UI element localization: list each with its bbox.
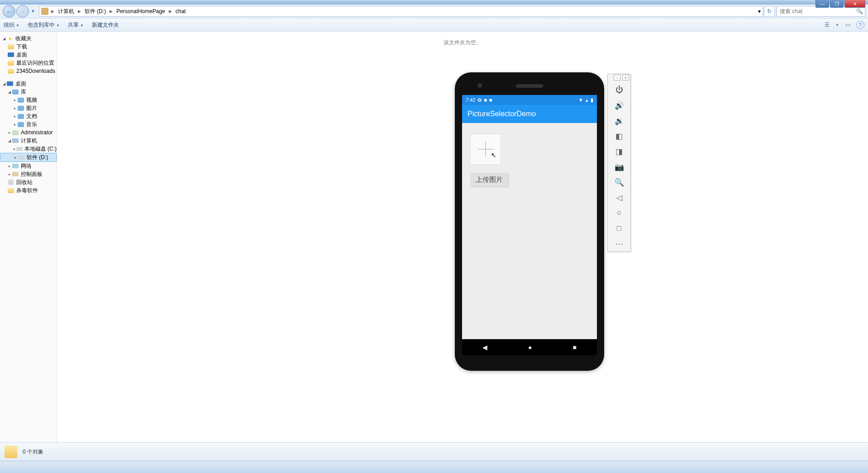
tree-item-music[interactable]: ▸音乐 (0, 120, 57, 128)
folder-icon (8, 44, 14, 49)
folder-icon (8, 61, 14, 66)
tree-item-recycle-bin[interactable]: 回收站 (0, 178, 57, 186)
power-icon[interactable]: ⏻ (608, 82, 630, 98)
tree-item-downloads[interactable]: 下载 (0, 43, 57, 51)
breadcrumb[interactable]: ▶ 计算机 ▶ 软件 (D:) ▶ PersonalHomePage ▶ cha… (39, 6, 763, 17)
tree-label: 软件 (D:) (27, 154, 48, 161)
breadcrumb-item[interactable]: 软件 (D:) (82, 6, 109, 16)
camera-icon[interactable]: 📷 (608, 159, 630, 175)
tree-item-2345downloads[interactable]: 2345Downloads (0, 67, 57, 75)
tree-item-desktop[interactable]: 桌面 (0, 51, 57, 59)
tree-item-administrator[interactable]: ▸Administrator (0, 128, 57, 137)
breadcrumb-dropdown[interactable]: ▾ (758, 8, 761, 14)
tree-item-control-panel[interactable]: ▸控制面板 (0, 170, 57, 178)
tree-label: 网络 (21, 162, 32, 170)
tree-label: 2345Downloads (16, 68, 55, 74)
include-in-library-menu[interactable]: 包含到库中▼ (28, 21, 60, 29)
home-icon[interactable]: ○ (608, 205, 630, 221)
window-maximize-button[interactable]: ❐ (830, 0, 844, 8)
explorer-status-bar: 0 个对象 (0, 442, 868, 461)
tree-label: 控制面板 (21, 170, 43, 178)
android-home-button[interactable]: ● (528, 344, 532, 351)
tree-desktop-root[interactable]: ◢桌面 (0, 80, 57, 88)
tree-item-documents[interactable]: ▸文档 (0, 112, 57, 120)
search-input[interactable] (779, 8, 856, 15)
tree-item-recent[interactable]: 最近访问的位置 (0, 59, 57, 67)
tree-item-drive-d[interactable]: ▸软件 (D:) (0, 153, 57, 162)
tree-label: 桌面 (15, 80, 26, 88)
status-icon: ■ (489, 97, 492, 103)
tree-label: 回收站 (16, 179, 33, 186)
tree-label: 收藏夹 (15, 35, 32, 43)
android-status-bar: 7:42 ✿ ■ ■ ▼ ▴ ▮ (462, 95, 597, 105)
breadcrumb-item[interactable]: 计算机 (55, 6, 77, 16)
star-icon: ★ (6, 35, 14, 42)
explorer-toolbar: 组织▼ 包含到库中▼ 共享▼ 新建文件夹 ☰▼ ▭ ? (0, 19, 868, 32)
more-icon[interactable]: ⋯ (608, 236, 630, 251)
android-nav-bar: ◀ ● ■ (462, 339, 597, 355)
tree-item-videos[interactable]: ▸视频 (0, 96, 57, 104)
help-button[interactable]: ? (856, 21, 864, 29)
navigation-tree[interactable]: ◢★收藏夹 下载 桌面 最近访问的位置 2345Downloads ◢桌面 ◢库… (0, 32, 57, 442)
tree-label: 最近访问的位置 (16, 59, 54, 67)
upload-image-button[interactable]: 上传图片 (470, 173, 508, 187)
breadcrumb-item[interactable]: chat (173, 6, 189, 16)
share-menu[interactable]: 共享▼ (68, 21, 84, 29)
chevron-right-icon: ▶ (77, 9, 82, 14)
tree-favorites[interactable]: ◢★收藏夹 (0, 34, 57, 43)
tree-item-computer[interactable]: ◢计算机 (0, 137, 57, 145)
volume-up-icon[interactable]: 🔊 (608, 98, 630, 113)
tree-label: 桌面 (16, 51, 27, 59)
breadcrumb-item[interactable]: PersonalHomePage (114, 6, 167, 16)
nav-back-button[interactable]: ← (3, 5, 15, 18)
desktop-icon (7, 81, 13, 86)
nav-history-dropdown[interactable]: ▼ (30, 7, 36, 16)
refresh-button[interactable]: ↻ (764, 6, 775, 17)
rotate-left-icon[interactable]: ◧ (608, 128, 630, 144)
new-folder-button[interactable]: 新建文件夹 (92, 21, 119, 29)
tree-item-antivirus[interactable]: 杀毒软件 (0, 186, 57, 194)
tree-item-network[interactable]: ▸网络 (0, 162, 57, 170)
tree-label: 杀毒软件 (16, 187, 38, 194)
android-screen[interactable]: 7:42 ✿ ■ ■ ▼ ▴ ▮ PictureSelectorDemo (462, 95, 597, 355)
tree-label: 文档 (26, 113, 37, 120)
drive-icon (16, 147, 23, 151)
rotate-right-icon[interactable]: ◨ (608, 144, 630, 159)
tree-item-pictures[interactable]: ▸图片 (0, 104, 57, 112)
folder-icon (8, 188, 14, 193)
organize-menu[interactable]: 组织▼ (4, 21, 19, 29)
window-titlebar: — ❐ ✕ (0, 0, 868, 5)
window-close-button[interactable]: ✕ (844, 0, 865, 8)
search-icon: 🔍 (856, 8, 863, 14)
gear-icon: ✿ (477, 97, 482, 103)
folder-content-pane[interactable]: 该文件夹为空。 7:42 ✿ ■ ■ ▼ ▴ ▮ (57, 32, 868, 442)
tree-item-drive-c[interactable]: ▸本地磁盘 (C:) (0, 145, 57, 153)
volume-down-icon[interactable]: 🔉 (608, 113, 630, 128)
tree-label: 图片 (26, 104, 37, 112)
app-title: PictureSelectorDemo (467, 110, 536, 118)
zoom-icon[interactable]: 🔍 (608, 175, 630, 190)
chevron-right-icon: ▶ (50, 9, 55, 14)
android-recent-button[interactable]: ■ (573, 344, 577, 351)
window-minimize-button[interactable]: — (816, 0, 829, 8)
computer-icon (12, 138, 19, 143)
back-icon[interactable]: ◁ (608, 190, 630, 205)
add-image-box[interactable]: ↖ (470, 134, 501, 165)
emulator-close-button[interactable]: × (622, 75, 629, 80)
status-text: 0 个对象 (23, 448, 43, 456)
tree-label: 库 (21, 88, 26, 96)
tree-label: 计算机 (21, 137, 37, 145)
emulator-minimize-button[interactable]: – (614, 75, 620, 80)
overview-icon[interactable]: □ (608, 221, 630, 236)
android-app-body[interactable]: ↖ 上传图片 (462, 123, 597, 339)
preview-pane-button[interactable]: ▭ (843, 20, 853, 30)
status-icon: ■ (484, 97, 487, 103)
android-emulator-frame: 7:42 ✿ ■ ■ ▼ ▴ ▮ PictureSelectorDemo (455, 72, 604, 371)
android-back-button[interactable]: ◀ (482, 344, 487, 351)
cursor-icon: ↖ (491, 151, 496, 159)
view-mode-button[interactable]: ☰ (822, 20, 832, 30)
nav-forward-button[interactable]: → (16, 5, 29, 18)
tree-item-libraries[interactable]: ◢库 (0, 88, 57, 96)
android-time: 7:42 (466, 97, 475, 103)
windows-taskbar[interactable] (0, 461, 868, 473)
